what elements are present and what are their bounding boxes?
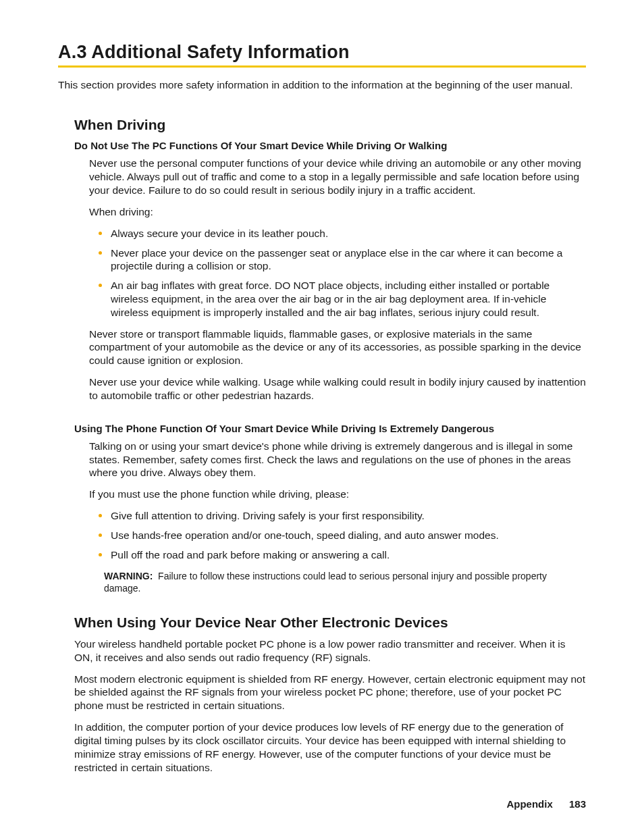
body-text: Most modern electronic equipment is shie… <box>74 673 586 712</box>
body-text: If you must use the phone function while… <box>89 488 586 501</box>
warning-text: Failure to follow these instructions cou… <box>104 571 547 594</box>
section-heading: A.3 Additional Safety Information <box>58 42 586 63</box>
body-text: Never use your device while walking. Usa… <box>89 375 586 402</box>
page: A.3 Additional Safety Information This s… <box>0 0 644 834</box>
body-text: In addition, the computer portion of you… <box>74 721 586 774</box>
bullet-list: Give full attention to driving. Driving … <box>89 509 586 561</box>
driving-topic2-heading: Using The Phone Function Of Your Smart D… <box>74 423 586 434</box>
driving-title: When Driving <box>74 117 586 133</box>
page-footer: Appendix 183 <box>506 798 586 810</box>
warning-note: WARNING: Failure to follow these instruc… <box>104 570 586 594</box>
body-text: Never use the personal computer function… <box>89 157 586 197</box>
list-item: Never place your device on the passenger… <box>89 246 586 273</box>
body-text: When driving: <box>89 205 586 219</box>
list-item: Pull off the road and park before making… <box>89 548 586 562</box>
footer-appendix: Appendix <box>506 798 552 810</box>
driving-topic2-body: Talking on or using your smart device's … <box>89 440 586 594</box>
body-text: Your wireless handheld portable pocket P… <box>74 637 586 664</box>
list-item: Always secure your device in its leather… <box>89 227 586 240</box>
body-text: Talking on or using your smart device's … <box>89 440 586 479</box>
footer-page-number: 183 <box>569 798 586 810</box>
bullet-list: Always secure your device in its leather… <box>89 227 586 319</box>
subsection-electronic: When Using Your Device Near Other Electr… <box>74 615 586 774</box>
electronic-title: When Using Your Device Near Other Electr… <box>74 615 586 631</box>
warning-label: WARNING: <box>104 571 153 581</box>
heading-rule <box>58 66 586 68</box>
body-text: Never store or transport flammable liqui… <box>89 328 586 367</box>
intro-paragraph: This section provides more safety inform… <box>58 78 586 91</box>
list-item: Use hands-free operation and/or one-touc… <box>89 529 586 542</box>
driving-topic1-heading: Do Not Use The PC Functions Of Your Smar… <box>74 140 586 151</box>
subsection-driving: When Driving Do Not Use The PC Functions… <box>74 117 586 594</box>
list-item: Give full attention to driving. Driving … <box>89 509 586 523</box>
driving-topic1-body: Never use the personal computer function… <box>89 157 586 402</box>
list-item: An air bag inflates with great force. DO… <box>89 279 586 319</box>
